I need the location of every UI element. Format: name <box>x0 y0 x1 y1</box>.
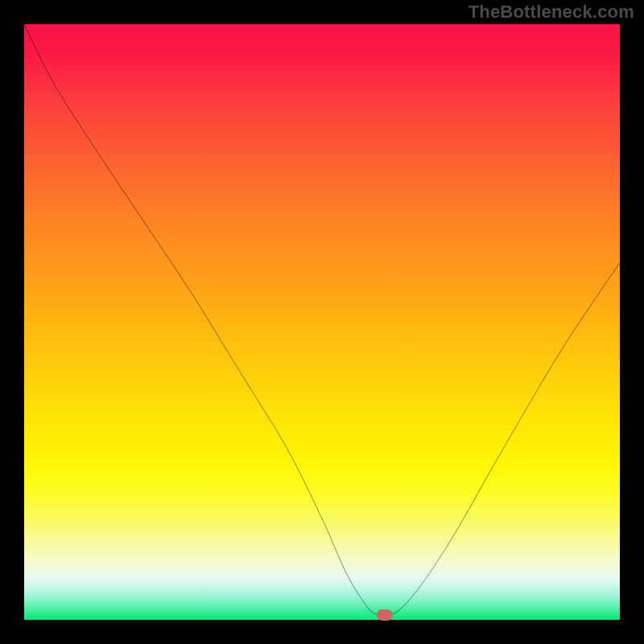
optimal-point-marker <box>377 609 393 621</box>
plot-area <box>24 24 620 620</box>
watermark-text: TheBottleneck.com <box>469 2 634 23</box>
chart-frame: TheBottleneck.com <box>0 0 644 644</box>
bottleneck-curve <box>24 24 620 620</box>
